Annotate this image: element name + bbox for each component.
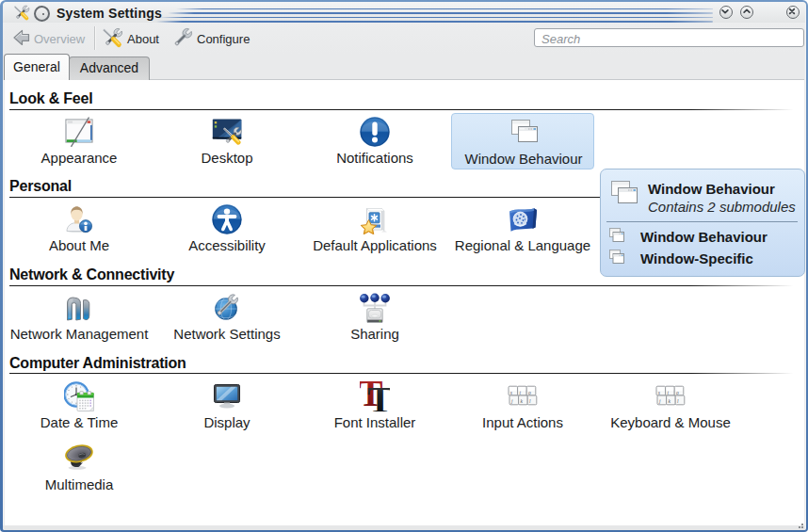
svg-text:s: s bbox=[658, 390, 660, 395]
svg-text:s: s bbox=[510, 390, 512, 395]
svg-text:T: T bbox=[367, 381, 390, 411]
svg-text:o: o bbox=[676, 390, 679, 395]
svg-text:o: o bbox=[528, 390, 531, 395]
